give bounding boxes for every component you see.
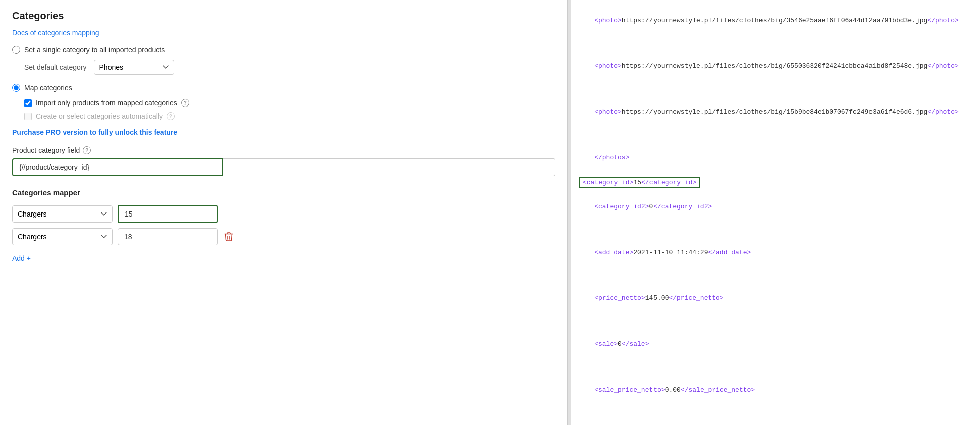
xml-cat-id-value: 15 [633,179,641,186]
xml-line-photo1: <photo>https://yournewstyle.pl/files/clo… [579,5,972,36]
xml-url-3: https://yournewstyle.pl/files/clothes/bi… [622,108,928,116]
left-panel: Categories Docs of categories mapping Se… [0,0,568,425]
map-categories-radio-row: Map categories [12,84,555,92]
map-categories-radio[interactable] [12,84,20,92]
auto-create-label: Create or select categories automaticall… [36,112,163,120]
product-category-field-rest[interactable] [223,158,555,176]
mapper-value-input-2[interactable] [118,228,218,245]
xml-open-tag-3: <photo> [594,108,622,116]
xml-sale-value: 0 [618,340,622,348]
xml-sale-price-value: 0.00 [665,386,681,394]
xml-open-tag-2: <photo> [594,62,622,70]
default-category-label: Set default category [24,63,87,71]
product-category-field-help-icon[interactable]: ? [83,146,91,154]
xml-blank-5 [579,271,972,281]
xml-cat2-open: <category_id2> [594,203,649,210]
xml-blank-7 [579,362,972,373]
import-only-checkbox[interactable] [24,99,32,107]
single-category-radio-row: Set a single category to all imported pr… [12,46,555,54]
default-category-select[interactable]: Phones Chargers Accessories [94,60,174,75]
xml-price-close: </price_netto> [669,294,723,302]
xml-add-date-value: 2021-11-10 11:44:29 [633,249,708,256]
xml-line-sale-price: <sale_price_netto>0.00</sale_price_netto… [579,375,972,406]
auto-create-row: Create or select categories automaticall… [24,112,555,120]
single-category-radio[interactable] [12,46,20,54]
delete-row-2-button[interactable] [223,231,234,243]
auto-create-help-icon[interactable]: ? [167,112,175,120]
xml-sale-close: </sale> [622,340,649,348]
mapper-value-input-1[interactable] [118,205,218,223]
xml-add-date-open: <add_date> [594,249,633,256]
auto-create-checkbox [24,113,32,120]
xml-cat2-close: </category_id2> [653,203,712,210]
xml-line-photo2: <photo>https://yournewstyle.pl/files/clo… [579,51,972,82]
product-category-field-label: Product category field [12,146,80,154]
xml-line-sale: <sale>0</sale> [579,329,972,360]
import-only-row: Import only products from mapped categor… [24,99,555,107]
map-categories-label[interactable]: Map categories [24,84,72,92]
xml-price-open: <price_netto> [594,294,645,302]
xml-line-price: <price_netto>145.00</price_netto> [579,283,972,314]
xml-open-tag: <photo> [594,17,622,24]
mapper-row-1: Chargers Phones Accessories [12,205,555,223]
xml-price-value: 145.00 [645,294,669,302]
xml-blank-2 [579,84,972,95]
xml-line-add-date: <add_date>2021-11-10 11:44:29</add_date> [579,237,972,268]
xml-line-cat-id2: <category_id2>0</category_id2> [579,191,972,223]
xml-blank-8 [579,408,972,418]
xml-photos-close: </photos> [594,154,629,161]
field-label-row: Product category field ? [12,146,555,154]
xml-close-tag-3: </photo> [927,108,958,116]
xml-cat-id-open: <category_id> [583,179,633,186]
xml-line-fillup: <fillup/> [579,420,972,425]
xml-add-date-close: </add_date> [708,249,751,256]
single-category-label[interactable]: Set a single category to all imported pr… [24,46,165,54]
default-category-row: Set default category Phones Chargers Acc… [24,60,555,75]
pro-notice: Purchase PRO version to fully unlock thi… [12,128,555,136]
xml-sale-open: <sale> [594,340,618,348]
mapper-category-select-2[interactable]: Chargers Phones Accessories [12,228,113,245]
right-panel: <photo>https://yournewstyle.pl/files/clo… [571,0,980,425]
radio-group: Set a single category to all imported pr… [12,46,555,120]
xml-blank-4 [579,225,972,235]
category-id-arrow-wrapper: ➔ <category_id>15</category_id> [579,177,972,188]
import-only-label[interactable]: Import only products from mapped categor… [36,99,177,107]
xml-line-photos-close: </photos> [579,143,972,174]
category-id-highlighted: <category_id>15</category_id> [579,177,700,188]
xml-blank-6 [579,316,972,327]
mapper-row-2: Chargers Phones Accessories [12,228,555,245]
import-only-help-icon[interactable]: ? [181,99,189,107]
xml-cat-id-close: </category_id> [641,179,696,186]
xml-url-2: https://yournewstyle.pl/files/clothes/bi… [622,62,928,70]
categories-mapper-section: Categories mapper Chargers Phones Access… [12,188,555,262]
add-link[interactable]: Add + [12,254,31,262]
product-category-field-section: Product category field ? [12,146,555,176]
categories-mapper-title: Categories mapper [12,188,555,197]
product-category-field-input[interactable] [12,158,223,176]
xml-line-photo3: <photo>https://yournewstyle.pl/files/clo… [579,96,972,128]
xml-close-tag-2: </photo> [927,62,958,70]
field-input-row [12,158,555,176]
xml-sale-price-open: <sale_price_netto> [594,386,665,394]
xml-close-tag: </photo> [927,17,958,24]
xml-blank-1 [579,38,972,49]
mapper-category-select-1[interactable]: Chargers Phones Accessories [12,205,113,223]
xml-sale-price-close: </sale_price_netto> [681,386,755,394]
xml-url: https://yournewstyle.pl/files/clothes/bi… [622,17,928,24]
page-title: Categories [12,10,555,22]
xml-blank-3 [579,130,972,141]
docs-link[interactable]: Docs of categories mapping [12,29,99,37]
